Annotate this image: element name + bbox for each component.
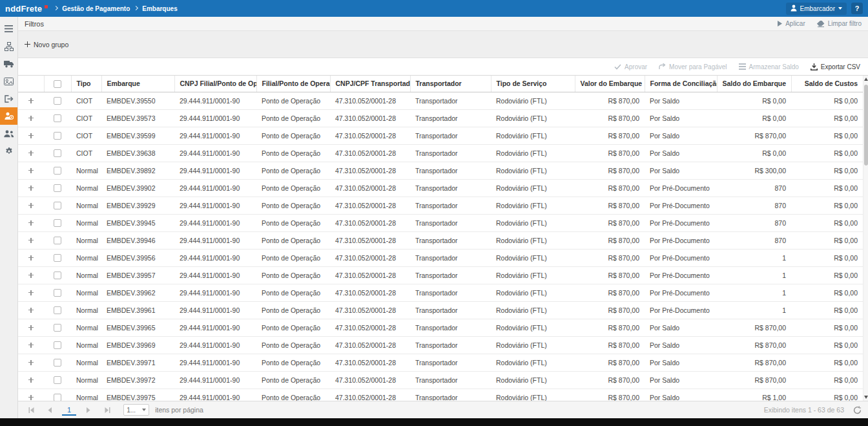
export-csv-button[interactable]: Exportar CSV [811,63,860,70]
expand-row-button[interactable] [18,144,44,162]
cell-transportador: Transportador [410,231,491,249]
cell-cnpj-filial: 29.444.911/0001-90 [174,354,256,371]
cell-tipo-servico: Rodoviário (FTL) [491,371,575,389]
row-checkbox[interactable] [44,389,71,401]
move-to-payable-button[interactable]: Mover para Pagável [659,63,727,70]
row-checkbox[interactable] [44,214,71,231]
user-menu[interactable]: Embarcador [786,3,847,15]
cell-saldo-embarque: R$ 870,00 [717,319,791,336]
column-header-cnpj-transportador[interactable]: CNPJ/CPF Transportador [330,76,410,92]
cell-forma-conciliacao: Por Pré-Documento [645,197,717,214]
row-checkbox[interactable] [44,231,71,249]
column-header-embarque[interactable]: Embarque [101,76,174,92]
refresh-button[interactable] [853,406,862,414]
column-header-tipo[interactable]: Tipo [71,76,101,92]
cell-saldo-custos: R$ 0,00 [791,336,863,354]
first-page-button[interactable] [25,403,37,416]
expand-row-button[interactable] [18,231,44,249]
row-checkbox[interactable] [44,162,71,179]
cell-cnpj-filial: 29.444.911/0001-90 [174,389,256,401]
row-checkbox[interactable] [44,354,71,371]
last-page-button[interactable] [101,403,114,416]
cell-tipo-servico: Rodoviário (FTL) [491,266,575,284]
check-icon [614,64,621,70]
users-icon[interactable] [0,125,17,142]
payment-icon[interactable] [0,107,17,125]
play-icon [778,21,782,27]
cell-tipo: Normal [71,214,101,231]
expand-row-button[interactable] [18,127,44,144]
row-checkbox[interactable] [44,319,71,336]
scroll-up-arrow-icon[interactable] [864,78,868,81]
card-icon[interactable] [0,72,17,90]
cell-saldo-embarque: 870 [717,214,791,231]
expand-row-button[interactable] [18,301,44,319]
vertical-scrollbar[interactable] [863,76,868,401]
row-checkbox[interactable] [44,249,71,266]
expand-row-button[interactable] [18,249,44,266]
row-checkbox[interactable] [44,92,71,109]
logout-icon[interactable] [0,90,17,107]
truck-icon[interactable] [0,55,17,72]
scroll-down-arrow-icon[interactable] [864,396,868,399]
expand-row-button[interactable] [18,284,44,301]
table-row: Normal EMBDEV.39961 29.444.911/0001-90 P… [18,301,863,319]
help-button[interactable]: ? [851,3,863,14]
column-header-tipo-servico[interactable]: Tipo de Serviço [491,76,575,92]
select-all-checkbox[interactable] [44,76,71,92]
breadcrumb-embarques[interactable]: Embarques [142,5,177,12]
expand-row-button[interactable] [18,319,44,336]
row-checkbox[interactable] [44,336,71,354]
workflow-icon[interactable] [0,37,17,55]
expand-row-button[interactable] [18,214,44,231]
cell-cnpj-transportador: 47.310.052/0001-28 [330,231,410,249]
approve-button[interactable]: Aprovar [614,63,647,70]
cell-saldo-custos: R$ 0,00 [791,371,863,389]
previous-page-button[interactable] [43,403,56,416]
expand-row-button[interactable] [18,109,44,127]
column-header-saldo-embarque[interactable]: Saldo do Embarque [717,76,791,92]
cell-cnpj-transportador: 47.310.052/0001-28 [330,284,410,301]
cell-filial: Ponto de Operação [256,231,330,249]
column-header-saldo-custos[interactable]: Saldo de Custos [791,76,863,92]
expand-row-button[interactable] [18,266,44,284]
scrollbar-thumb[interactable] [864,85,868,165]
row-checkbox[interactable] [44,371,71,389]
cell-transportador: Transportador [410,179,491,197]
menu-icon[interactable] [0,20,17,37]
clear-filter-button[interactable]: Limpar filtro [817,20,862,27]
expand-row-button[interactable] [18,197,44,214]
row-checkbox[interactable] [44,301,71,319]
breadcrumb-gestao-de-pagamento[interactable]: Gestão de Pagamento [62,5,130,12]
column-header-valor-embarque[interactable]: Valor do Embarque [575,76,645,92]
expand-row-button[interactable] [18,354,44,371]
column-header-transportador[interactable]: Transportador [410,76,491,92]
expand-row-button[interactable] [18,92,44,109]
page-size-select[interactable]: 1... [123,404,149,416]
column-header-cnpj-filial[interactable]: CNPJ Filial/Ponto de Operação [174,76,256,92]
row-checkbox[interactable] [44,197,71,214]
expand-row-button[interactable] [18,162,44,179]
apply-filter-button[interactable]: Aplicar [778,20,805,27]
cell-valor-embarque: R$ 870,00 [575,284,645,301]
row-checkbox[interactable] [44,179,71,197]
cell-forma-conciliacao: Por Pré-Documento [645,284,717,301]
expand-row-button[interactable] [18,389,44,401]
store-balance-button[interactable]: Armazenar Saldo [739,63,799,70]
column-header-filial[interactable]: Filial/Ponto de Operação [256,76,330,92]
cell-cnpj-filial: 29.444.911/0001-90 [174,266,256,284]
row-checkbox[interactable] [44,284,71,301]
next-page-button[interactable] [82,403,95,416]
row-checkbox[interactable] [44,127,71,144]
new-group-button[interactable]: Novo grupo [25,41,68,48]
expand-row-button[interactable] [18,179,44,197]
settings-icon[interactable] [0,142,17,160]
row-checkbox[interactable] [44,144,71,162]
expand-row-button[interactable] [18,336,44,354]
current-page-number[interactable]: 1 [62,404,76,416]
row-checkbox[interactable] [44,266,71,284]
column-header-forma-conciliacao[interactable]: Forma de Conciliação [645,76,717,92]
row-checkbox[interactable] [44,109,71,127]
cell-tipo: Normal [71,371,101,389]
expand-row-button[interactable] [18,371,44,389]
